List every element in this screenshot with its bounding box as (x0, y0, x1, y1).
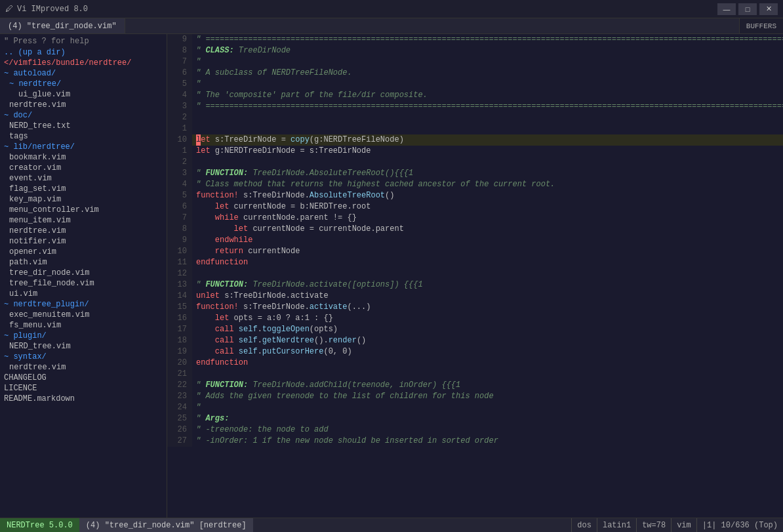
minimize-button[interactable]: — (717, 3, 736, 15)
sidebar-item-ui[interactable]: ui.vim (0, 289, 167, 299)
code-line: 2 (167, 112, 783, 123)
sidebar-item-changelog[interactable]: CHANGELOG (0, 373, 167, 383)
line-number: 10 (167, 246, 192, 257)
sidebar-item-event[interactable]: event.vim (0, 173, 167, 184)
line-number: 16 (167, 313, 192, 324)
sidebar-item-plugin[interactable]: ~ plugin/ (0, 331, 167, 341)
status-position: |1| 10/636 (Top) (696, 518, 783, 533)
nav-up[interactable]: .. (up a dir) (0, 47, 167, 58)
statusbar: NERDTree 5.0.0 (4) "tree_dir_node.vim" [… (0, 518, 783, 532)
sidebar-item-menu-item[interactable]: menu_item.vim (0, 215, 167, 226)
code-line: 3 " ====================================… (167, 101, 783, 112)
code-line: 8 " CLASS: TreeDirNode (167, 45, 783, 56)
active-tab[interactable]: (4) "tree_dir_node.vim" (0, 18, 125, 33)
status-tw: tw=78 (636, 518, 671, 533)
line-number: 27 (167, 436, 192, 447)
sidebar-item-path[interactable]: path.vim (0, 257, 167, 268)
line-content: " ======================================… (192, 34, 783, 45)
line-content: unlet s:TreeDirNode.activate (192, 291, 329, 302)
nerdtree-version: NERDTree 5.0.0 (0, 518, 79, 532)
line-number: 9 (167, 235, 192, 246)
code-line: 16 let opts = a:0 ? a:1 : {} (167, 313, 783, 324)
line-number: 9 (167, 34, 192, 45)
sidebar-item-nerdtree-vim-autoload[interactable]: nerdtree.vim (0, 100, 167, 110)
code-line: 4 " Class method that returns the highes… (167, 179, 783, 190)
line-content: " CLASS: TreeDirNode (192, 45, 291, 56)
sidebar-item-tree-file-node[interactable]: tree_file_node.vim (0, 278, 167, 289)
sidebar-item-nerdtree-autoload[interactable]: ~ nerdtree/ (0, 79, 167, 89)
tab-label: (4) "tree_dir_node.vim" (8, 22, 117, 31)
sidebar-item-bookmark[interactable]: bookmark.vim (0, 152, 167, 163)
sidebar-item-ui-glue[interactable]: ui_glue.vim (0, 89, 167, 100)
line-content: " FUNCTION: TreeDirNode.addChild(treenod… (192, 380, 460, 391)
code-line: 17 call self.toggleOpen(opts) (167, 324, 783, 335)
sidebar-item-creator[interactable]: creator.vim (0, 163, 167, 173)
code-line: 9 " ====================================… (167, 34, 783, 45)
sidebar-item-readme[interactable]: README.markdown (0, 394, 167, 404)
line-content: " (192, 56, 201, 68)
sidebar-item-opener[interactable]: opener.vim (0, 247, 167, 257)
code-line: 25 " Args: (167, 413, 783, 424)
sidebar-item-exec-menuitem[interactable]: exec_menuitem.vim (0, 310, 167, 320)
line-content (192, 157, 196, 168)
sidebar-item-nerd-tree-plugin[interactable]: NERD_tree.vim (0, 341, 167, 352)
line-number: 1 (167, 146, 192, 157)
tabbar: (4) "tree_dir_node.vim" BUFFERS (0, 18, 783, 34)
line-number: 20 (167, 358, 192, 369)
line-content: function! s:TreeDirNode.AbsoluteTreeRoot… (192, 190, 394, 201)
line-content: " (192, 79, 201, 90)
buffers-label: BUFFERS (746, 22, 776, 30)
close-button[interactable]: ✕ (759, 3, 778, 15)
line-number: 7 (167, 213, 192, 224)
line-number: 8 (167, 45, 192, 56)
buffers-button[interactable]: BUFFERS (739, 18, 783, 33)
file-tree-sidebar[interactable]: " Press ? for help .. (up a dir) </vimfi… (0, 34, 167, 518)
line-number: 14 (167, 291, 192, 302)
code-content[interactable]: 9 " ====================================… (167, 34, 783, 518)
code-line: 11 endfunction (167, 257, 783, 268)
code-line: 13 " FUNCTION: TreeDirNode.activate([opt… (167, 279, 783, 291)
sidebar-item-fs-menu[interactable]: fs_menu.vim (0, 320, 167, 331)
sidebar-item-key-map[interactable]: key_map.vim (0, 194, 167, 205)
code-line: 5 function! s:TreeDirNode.AbsoluteTreeRo… (167, 190, 783, 201)
line-content: " Class method that returns the highest … (192, 179, 555, 190)
code-line: 21 (167, 369, 783, 380)
sidebar-item-tags[interactable]: tags (0, 131, 167, 142)
line-number: 23 (167, 391, 192, 402)
sidebar-item-nerdtree-plugin[interactable]: ~ nerdtree_plugin/ (0, 299, 167, 310)
line-number: 7 (167, 56, 192, 68)
current-path[interactable]: </vimfiles/bundle/nerdtree/ (0, 58, 167, 68)
line-content: call self.putCursorHere(0, 0) (192, 346, 352, 358)
code-editor[interactable]: 9 " ====================================… (167, 34, 783, 518)
sidebar-item-syntax[interactable]: ~ syntax/ (0, 352, 167, 362)
line-number: 18 (167, 335, 192, 346)
sidebar-item-doc[interactable]: ~ doc/ (0, 110, 167, 121)
titlebar: 🖊 Vi IMproved 8.0 — □ ✕ (0, 0, 783, 18)
maximize-button[interactable]: □ (738, 3, 757, 15)
line-number: 11 (167, 257, 192, 268)
code-line: 10 return currentNode (167, 246, 783, 257)
sidebar-item-flag-set[interactable]: flag_set.vim (0, 184, 167, 194)
sidebar-item-lib-nerdtree[interactable]: ~ lib/nerdtree/ (0, 142, 167, 152)
line-number: 6 (167, 68, 192, 79)
sidebar-item-nerd-tree-txt[interactable]: NERD_tree.txt (0, 121, 167, 131)
code-line: 20 endfunction (167, 358, 783, 369)
sidebar-item-notifier[interactable]: notifier.vim (0, 236, 167, 247)
line-number: 12 (167, 268, 192, 279)
code-line: 6 " A subclass of NERDTreeFileNode. (167, 68, 783, 79)
nerdtree-version-text: NERDTree 5.0.0 (7, 521, 73, 530)
sidebar-item-nerdtree-syntax[interactable]: nerdtree.vim (0, 362, 167, 373)
sidebar-item-tree-dir-node[interactable]: tree_dir_node.vim (0, 268, 167, 278)
line-number: 2 (167, 157, 192, 168)
line-number: 10 (167, 134, 192, 146)
line-content: " FUNCTION: TreeDirNode.activate([option… (192, 279, 423, 291)
line-number: 21 (167, 369, 192, 380)
sidebar-item-licence[interactable]: LICENCE (0, 383, 167, 394)
line-content: call self.getNerdtree().render() (192, 335, 366, 346)
code-line: 22 " FUNCTION: TreeDirNode.addChild(tree… (167, 380, 783, 391)
sidebar-item-menu-controller[interactable]: menu_controller.vim (0, 205, 167, 215)
sidebar-item-nerdtree-lib[interactable]: nerdtree.vim (0, 226, 167, 236)
file-info-text: (4) "tree_dir_node.vim" [nerdtree] (86, 521, 247, 530)
sidebar-item-autoload[interactable]: ~ autoload/ (0, 68, 167, 79)
line-content: " Adds the given treenode to the list of… (192, 391, 494, 402)
